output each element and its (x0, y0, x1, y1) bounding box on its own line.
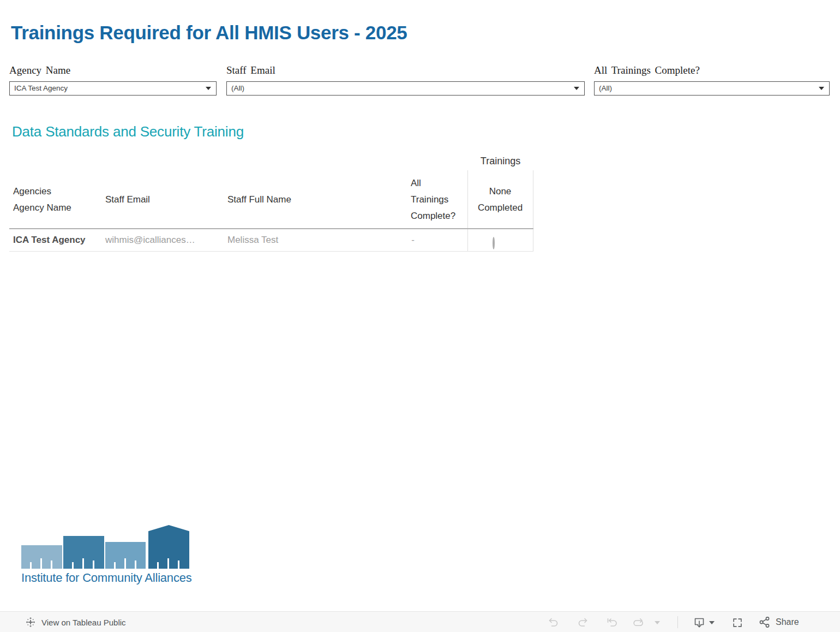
filter-agency-name: Agency Name ICA Test Agency (9, 64, 217, 96)
download-button[interactable] (693, 616, 706, 629)
cell-all-trainings-complete: - (407, 229, 418, 251)
section-heading: Data Standards and Security Training (12, 123, 244, 140)
filter-staff-email-label: Staff Email (226, 64, 585, 76)
cell-agency-name: ICA Test Agency (13, 229, 86, 251)
undo-icon (547, 617, 559, 629)
chevron-down-icon (206, 87, 211, 90)
filter-staff-email: Staff Email (All) (226, 64, 585, 96)
revert-icon (606, 617, 618, 629)
filter-agency-name-label: Agency Name (9, 64, 217, 76)
toolbar-divider (677, 616, 678, 628)
fullscreen-icon (731, 617, 743, 629)
filter-all-trainings-complete-dropdown[interactable]: (All) (594, 81, 830, 96)
redo-button[interactable] (577, 616, 590, 629)
column-header-agency-name: Agencies Agency Name (13, 170, 100, 229)
view-on-tableau-public-label: View on Tableau Public (41, 618, 126, 627)
column-header-staff-email: Staff Email (105, 170, 214, 229)
share-label: Share (776, 617, 799, 627)
replay-options-caret[interactable] (655, 621, 660, 624)
column-header-none-completed: None Completed (467, 170, 533, 229)
chevron-down-icon (819, 87, 824, 90)
page-title: Trainings Required for All HMIS Users - … (11, 22, 407, 44)
replay-button[interactable] (632, 616, 645, 629)
column-header-staff-full-name: Staff Full Name (227, 170, 347, 229)
filter-all-trainings-complete: All Trainings Complete? (All) (594, 64, 830, 96)
fullscreen-button[interactable] (731, 616, 744, 629)
filter-agency-name-value: ICA Test Agency (14, 82, 68, 95)
tableau-toolbar: View on Tableau Public (0, 611, 840, 632)
undo-button[interactable] (547, 616, 560, 629)
none-completed-circle-mark[interactable] (493, 232, 508, 248)
logo-building-icon (105, 542, 146, 569)
download-options-caret[interactable] (709, 621, 715, 624)
column-header-all-trainings-complete: All Trainings Complete? (411, 170, 467, 229)
filter-all-trainings-complete-label: All Trainings Complete? (594, 64, 830, 76)
revert-button[interactable] (605, 616, 619, 629)
row-separator (9, 251, 533, 252)
logo-building-icon (63, 536, 104, 569)
filter-all-trainings-complete-value: (All) (599, 82, 612, 95)
open-circle-icon (493, 237, 495, 249)
filter-staff-email-value: (All) (231, 82, 244, 95)
view-on-tableau-public-link[interactable]: View on Tableau Public (25, 612, 126, 632)
redo-icon (577, 617, 589, 629)
column-group-header-trainings: Trainings (467, 154, 533, 168)
ica-logo: Institute for Community Alliances (21, 525, 191, 586)
cell-staff-full-name: Melissa Test (227, 229, 278, 251)
filter-agency-name-dropdown[interactable]: ICA Test Agency (9, 81, 217, 96)
download-icon (693, 616, 706, 629)
chevron-down-icon (574, 87, 579, 90)
tableau-logo-icon (25, 617, 36, 628)
logo-text: Institute for Community Alliances (21, 571, 192, 585)
cell-staff-email: wihmis@icalliances… (105, 229, 195, 251)
replay-icon (632, 617, 644, 629)
share-icon (758, 616, 771, 629)
logo-building-icon (21, 545, 62, 569)
table-row[interactable]: ICA Test Agency wihmis@icalliances… Meli… (9, 229, 533, 251)
filter-staff-email-dropdown[interactable]: (All) (226, 81, 585, 96)
logo-building-icon (148, 525, 189, 569)
share-button[interactable]: Share (758, 612, 799, 632)
tableau-dashboard: Trainings Required for All HMIS Users - … (0, 0, 840, 632)
